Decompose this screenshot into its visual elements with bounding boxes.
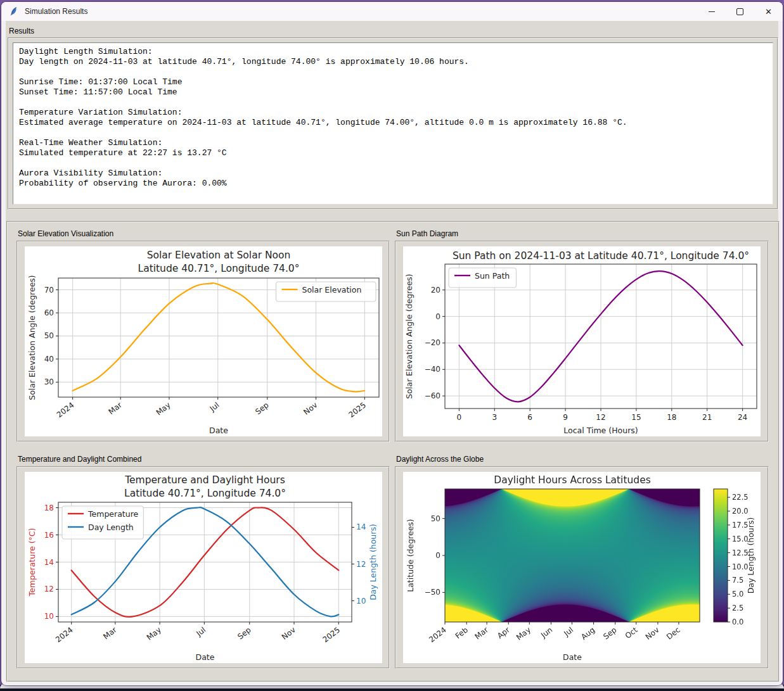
svg-text:21: 21 — [702, 413, 712, 422]
svg-text:2024: 2024 — [427, 625, 448, 644]
quadrant-temp-daylight: 2024MarMayJulSepNov20251012141618101214T… — [16, 466, 390, 669]
svg-text:30: 30 — [44, 377, 54, 386]
svg-text:Mar: Mar — [101, 625, 119, 641]
svg-text:22.5: 22.5 — [732, 493, 749, 502]
svg-text:May: May — [145, 625, 163, 642]
quadrant-caption-temp-daylight: Temperature and Daylight Combined — [18, 455, 141, 464]
minimize-button[interactable] — [697, 2, 726, 21]
svg-text:14: 14 — [44, 558, 54, 567]
svg-text:Nov: Nov — [302, 400, 319, 416]
svg-text:0: 0 — [435, 312, 440, 321]
close-icon: ✕ — [765, 8, 772, 16]
svg-text:Latitude 40.71°, Longitude 74.: Latitude 40.71°, Longitude 74.0° — [124, 488, 286, 499]
svg-text:Dec: Dec — [665, 625, 682, 641]
svg-text:Temperature and Daylight Hours: Temperature and Daylight Hours — [124, 474, 285, 486]
svg-text:12: 12 — [356, 560, 366, 569]
svg-text:Aug: Aug — [579, 625, 596, 641]
figure-solar-elevation: 2024MarMayJulSepNov20253040506070Solar E… — [25, 246, 382, 436]
maximize-button[interactable] — [726, 2, 754, 21]
svg-text:18: 18 — [667, 413, 676, 422]
close-button[interactable]: ✕ — [754, 2, 783, 21]
svg-text:Solar Elevation Angle (degrees: Solar Elevation Angle (degrees) — [27, 275, 37, 400]
quadrant-caption-solar-elevation: Solar Elevation Visualization — [18, 229, 113, 238]
svg-text:Temperature: Temperature — [87, 509, 138, 519]
svg-text:9: 9 — [563, 413, 568, 422]
svg-text:Latitude (degrees): Latitude (degrees) — [406, 519, 415, 592]
svg-text:Solar Elevation Angle (degrees: Solar Elevation Angle (degrees) — [404, 274, 414, 398]
svg-text:3: 3 — [492, 413, 497, 422]
svg-text:12: 12 — [44, 585, 54, 593]
svg-text:10: 10 — [44, 612, 54, 621]
minimize-icon — [709, 11, 715, 12]
svg-text:20.0: 20.0 — [732, 507, 749, 516]
svg-text:17.5: 17.5 — [732, 521, 749, 529]
results-text-area[interactable]: Daylight Length Simulation: Day length o… — [13, 42, 773, 205]
svg-text:16: 16 — [44, 531, 54, 540]
svg-text:May: May — [515, 625, 532, 642]
svg-text:Jul: Jul — [562, 625, 575, 638]
quadrant-caption-sun-path: Sun Path Diagram — [396, 229, 458, 238]
svg-text:0: 0 — [435, 551, 440, 560]
client-area: Results Daylight Length Simulation: Day … — [6, 21, 778, 681]
svg-text:12.5: 12.5 — [732, 548, 749, 557]
svg-text:2025: 2025 — [321, 625, 342, 644]
svg-text:10.0: 10.0 — [732, 562, 749, 571]
window-title: Simulation Results — [25, 7, 87, 16]
svg-text:0.0: 0.0 — [732, 618, 743, 626]
svg-text:Sun Path: Sun Path — [475, 271, 510, 281]
svg-text:Apr: Apr — [496, 625, 511, 640]
svg-text:Date: Date — [563, 652, 582, 662]
svg-text:10: 10 — [356, 597, 366, 605]
svg-text:Day Length: Day Length — [88, 523, 134, 532]
app-window: Simulation Results ✕ Results Daylight Le… — [1, 2, 783, 685]
svg-text:15.0: 15.0 — [732, 535, 749, 543]
svg-text:6: 6 — [527, 413, 532, 422]
svg-text:24: 24 — [738, 413, 747, 422]
quadrant-caption-globe-daylight: Daylight Across the Globe — [396, 455, 484, 464]
svg-text:40: 40 — [44, 355, 54, 364]
svg-text:Sep: Sep — [236, 625, 252, 641]
svg-text:50: 50 — [431, 514, 440, 523]
figure-globe-daylight: 2024FebMarAprMayJunJulAugSepOctNovDec500… — [403, 472, 761, 663]
svg-text:Sep: Sep — [601, 625, 618, 641]
svg-text:50: 50 — [44, 331, 54, 340]
svg-text:Nov: Nov — [280, 625, 297, 641]
svg-text:5.0: 5.0 — [732, 590, 743, 599]
svg-text:Daylight Hours Across Latitude: Daylight Hours Across Latitudes — [494, 474, 651, 486]
svg-text:Day Length (hours): Day Length (hours) — [368, 524, 378, 600]
svg-text:Date: Date — [209, 426, 228, 435]
svg-text:Sep: Sep — [254, 400, 270, 416]
svg-text:60: 60 — [44, 308, 54, 317]
svg-text:70: 70 — [44, 286, 54, 295]
colorbar-canvas — [714, 489, 728, 622]
charts-frame: Solar Elevation Visualization 2024MarMay… — [6, 221, 780, 682]
results-frame: Daylight Length Simulation: Day length o… — [8, 37, 778, 210]
svg-text:12: 12 — [596, 413, 605, 422]
svg-text:2024: 2024 — [55, 400, 76, 419]
quadrant-sun-path: 03691215182124200−20−40−60Sun Path on 20… — [395, 241, 769, 442]
svg-text:15: 15 — [631, 413, 641, 422]
svg-text:Temperature (°C): Temperature (°C) — [27, 528, 37, 597]
titlebar[interactable]: Simulation Results ✕ — [1, 2, 783, 21]
app-icon — [9, 6, 19, 16]
svg-text:Local Time (Hours): Local Time (Hours) — [563, 426, 638, 435]
figure-sun-path: 03691215182124200−20−40−60Sun Path on 20… — [403, 246, 761, 436]
maximize-icon — [736, 8, 743, 15]
svg-text:0: 0 — [457, 413, 462, 422]
figure-temp-daylight: 2024MarMayJulSepNov20251012141618101214T… — [25, 472, 382, 663]
svg-text:7.5: 7.5 — [732, 576, 743, 585]
svg-text:2.5: 2.5 — [732, 604, 743, 612]
svg-text:May: May — [155, 400, 172, 417]
svg-text:Date: Date — [196, 652, 215, 662]
quadrant-solar-elevation: 2024MarMayJulSepNov20253040506070Solar E… — [16, 241, 390, 442]
svg-text:18: 18 — [44, 504, 54, 512]
svg-text:Nov: Nov — [644, 625, 661, 641]
svg-text:Oct: Oct — [624, 625, 639, 640]
svg-text:14: 14 — [356, 523, 366, 531]
svg-text:Jun: Jun — [539, 625, 554, 640]
svg-text:−20: −20 — [425, 338, 440, 347]
svg-text:2024: 2024 — [54, 625, 75, 644]
svg-text:Sun Path on 2024-11-03 at Lati: Sun Path on 2024-11-03 at Latitude 40.71… — [453, 250, 749, 262]
svg-text:Day Length (hours): Day Length (hours) — [746, 517, 755, 594]
results-frame-caption: Results — [9, 27, 34, 35]
